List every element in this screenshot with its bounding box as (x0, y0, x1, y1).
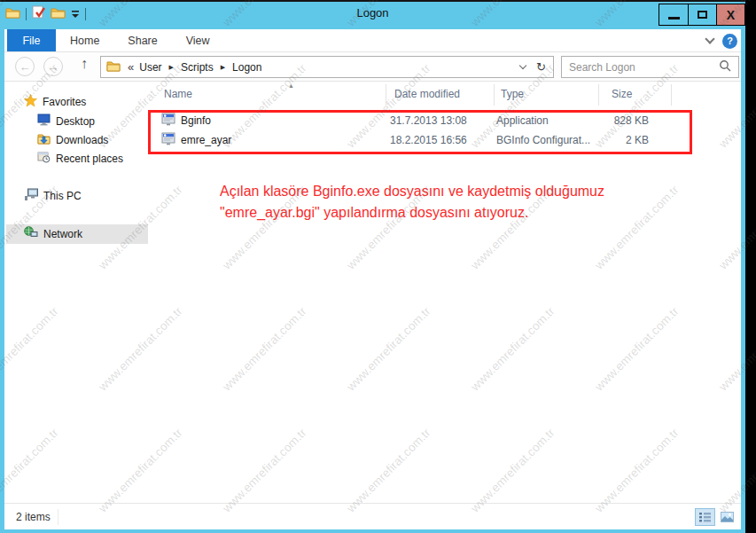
forward-icon: → (48, 60, 59, 74)
tab-view[interactable]: View (172, 29, 224, 51)
ribbon-tabs: File Home Share View ? (4, 29, 741, 52)
main-area: Favorites Desktop Downloads Recent place… (4, 82, 741, 503)
sidebar-item-favorites[interactable]: Favorites (24, 94, 86, 110)
maximize-icon (698, 11, 707, 19)
ribbon-right-controls: ? (706, 29, 737, 52)
annotation-line-2: "emre_ayar.bgi" yapılandırma dosyasını a… (220, 202, 604, 223)
sidebar-item-label: Recent places (56, 153, 123, 165)
downloads-icon (37, 132, 51, 147)
tab-file[interactable]: File (7, 29, 56, 51)
breadcrumb-arrow-icon[interactable]: ▶ (214, 64, 232, 71)
annotation-text: Açılan klasöre Bginfo.exe dosyasını ve k… (220, 181, 604, 223)
forward-button[interactable]: → (43, 57, 63, 76)
up-button[interactable]: ↑ (81, 56, 88, 72)
address-bar-controls: ↻ (520, 60, 553, 74)
search-input[interactable]: Search Logon (561, 56, 739, 78)
annotation-highlight-box (148, 110, 692, 154)
titlebar: Logon X (0, 2, 745, 27)
breadcrumb-scripts[interactable]: Scripts (181, 61, 214, 74)
column-header-date[interactable]: Date modified (394, 88, 460, 100)
items-count: 2 items (16, 511, 51, 523)
maximize-button[interactable] (688, 4, 716, 25)
refresh-icon[interactable]: ↻ (536, 60, 546, 74)
address-bar[interactable]: « User ▶ Scripts ▶ Logon ↻ (100, 56, 554, 78)
sidebar-item-desktop[interactable]: Desktop (37, 114, 95, 129)
minimize-button[interactable] (659, 4, 688, 25)
sidebar-item-label: Desktop (56, 115, 95, 128)
sidebar-item-label: Network (43, 228, 82, 240)
tab-share[interactable]: Share (113, 29, 171, 51)
desktop-icon (37, 114, 51, 129)
breadcrumb-ellipsis[interactable]: « (124, 60, 139, 74)
column-separator (386, 84, 386, 106)
expand-ribbon-icon[interactable] (705, 34, 714, 43)
column-header-name[interactable]: Name (164, 88, 192, 100)
search-icon[interactable] (719, 59, 731, 74)
sidebar-item-downloads[interactable]: Downloads (37, 132, 108, 147)
tab-home[interactable]: Home (56, 29, 113, 51)
column-separator (671, 84, 672, 106)
up-icon: ↑ (81, 56, 88, 71)
thumbnail-view-button[interactable] (717, 508, 737, 526)
close-icon: X (727, 8, 735, 22)
status-bar: 2 items (4, 503, 741, 529)
status-separator (58, 509, 58, 525)
help-button[interactable]: ? (722, 34, 737, 49)
sidebar-item-label: This PC (43, 190, 82, 202)
view-toggles (695, 508, 737, 526)
column-headers: ▲ Name Date modified Type Size (149, 84, 741, 106)
navigation-bar: ← → ↑ « User ▶ Scripts ▶ Logon ↻ (4, 52, 741, 82)
sidebar-item-this-pc[interactable]: This PC (24, 188, 82, 203)
details-view-button[interactable] (695, 508, 715, 526)
search-placeholder: Search Logon (569, 61, 635, 74)
screenshot: Logon X File Home Share View ? (0, 0, 756, 533)
sidebar-item-recent-places[interactable]: Recent places (37, 151, 123, 166)
column-separator (494, 84, 495, 106)
column-header-type[interactable]: Type (501, 88, 524, 100)
back-icon: ← (19, 60, 31, 74)
explorer-window: Logon X File Home Share View ? (0, 0, 745, 533)
window-title: Logon (0, 6, 745, 20)
column-separator (598, 84, 599, 106)
network-icon (24, 226, 38, 241)
back-button[interactable]: ← (15, 57, 35, 76)
recent-places-icon (37, 151, 51, 166)
minimize-icon (668, 17, 680, 20)
address-dropdown-icon[interactable] (519, 62, 526, 69)
window-controls: X (659, 4, 745, 26)
star-icon (24, 94, 37, 110)
breadcrumb-arrow-icon[interactable]: ▶ (162, 64, 181, 71)
close-button[interactable]: X (716, 4, 744, 25)
this-pc-icon (24, 188, 38, 203)
breadcrumb-user[interactable]: User (139, 61, 161, 74)
breadcrumb-logon[interactable]: Logon (232, 61, 261, 74)
sort-ascending-icon: ▲ (288, 82, 294, 89)
thumbnail-view-icon (721, 512, 734, 522)
column-header-size[interactable]: Size (612, 88, 632, 100)
sidebar-item-network[interactable]: Network (24, 226, 82, 241)
sidebar-item-label: Downloads (56, 134, 108, 146)
details-view-icon (699, 512, 711, 522)
annotation-line-1: Açılan klasöre Bginfo.exe dosyasını ve k… (220, 181, 604, 202)
window-body: File Home Share View ? ← → ↑ « (4, 29, 741, 529)
help-icon: ? (727, 35, 733, 46)
sidebar-item-label: Favorites (43, 96, 86, 108)
address-folder-icon (106, 60, 121, 74)
